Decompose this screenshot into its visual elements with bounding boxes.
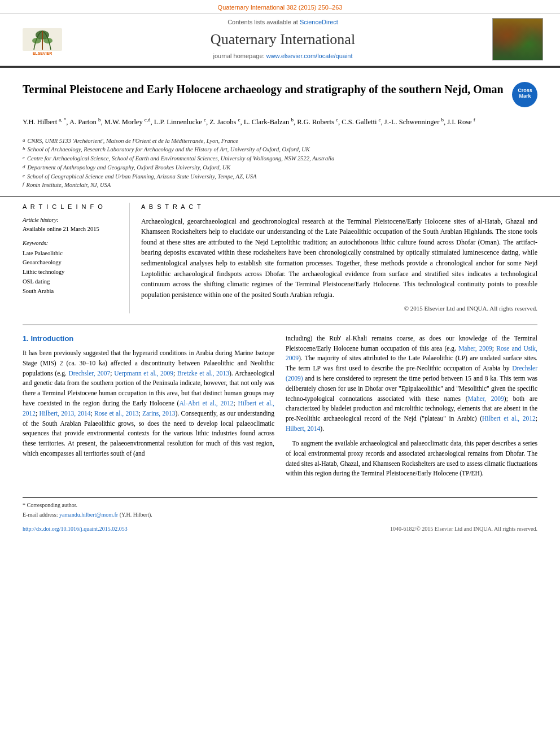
crossmark-badge[interactable]: Cross Mark [512, 82, 537, 107]
affil-f: f Ronin Institute, Montclair, NJ, USA [23, 181, 537, 190]
keyword-south-arabia: South Arabia [23, 287, 121, 296]
authors-line: Y.H. Hilbert a, *, A. Parton b, M.W. Mor… [23, 116, 537, 128]
journal-cover-art [493, 19, 542, 60]
ref-hilbert2012b[interactable]: Hilbert et al., 2012 [482, 415, 536, 422]
body-right-column: including) the Rub' al-Khali remains coa… [286, 334, 537, 483]
journal-top-line: Quaternary International 382 (2015) 250–… [218, 4, 343, 11]
article-title-container: Terminal Pleistocene and Early Holocene … [23, 82, 504, 102]
affil-e: e School of Geographical Science and Urb… [23, 172, 537, 181]
intro-paragraph1: It has been previously suggested that th… [23, 348, 274, 459]
keyword-late-palaeolithic: Late Palaeolithic [23, 249, 121, 259]
keyword-geoarchaeology: Geoarchaeology [23, 258, 121, 268]
email-note: E-mail address: yamandu.hilbert@mom.fr (… [23, 511, 537, 519]
ref-alabri2012[interactable]: Al-Abri et al., 2012 [179, 400, 233, 407]
doi-link[interactable]: http://dx.doi.org/10.1016/j.quaint.2015.… [23, 526, 128, 532]
keywords-section: Keywords: Late Palaeolithic Geoarchaeolo… [23, 239, 121, 296]
abstract-paragraph: Archaeological, geoarchaeological and ge… [141, 216, 537, 300]
svg-text:Cross: Cross [518, 88, 532, 93]
ref-drechsler2009[interactable]: Drechsler (2009) [286, 365, 537, 382]
keywords-label: Keywords: [23, 239, 121, 248]
keyword-osl-dating: OSL dating [23, 277, 121, 287]
elsevier-logo-container: ELSEVIER [11, 23, 73, 56]
article-info-abstract-section: A R T I C L E I N F O Article history: A… [0, 196, 560, 319]
affil-b: b School of Archaeology, Research Labora… [23, 145, 537, 154]
intro-paragraph3: To augment the available archaeological … [286, 439, 537, 479]
affil-d: d Department of Anthropology and Geograp… [23, 163, 537, 172]
homepage-line: journal homepage: www.elsevier.com/locat… [79, 52, 487, 60]
crossmark-container[interactable]: Cross Mark [512, 82, 537, 107]
journal-cover-image [492, 18, 543, 60]
author-email-link[interactable]: yamandu.hilbert@mom.fr [59, 512, 118, 518]
sciencedirect-link[interactable]: ScienceDirect [300, 19, 338, 25]
ref-maher2009b[interactable]: Maher, 2009 [468, 395, 504, 402]
crossmark-icon: Cross Mark [514, 83, 536, 106]
issn-line: 1040-6182/© 2015 Elsevier Ltd and INQUA.… [390, 525, 537, 533]
ref-maher2009[interactable]: Maher, 2009 [458, 345, 492, 352]
article-info-col-title: A R T I C L E I N F O [23, 203, 121, 211]
bottom-bar: http://dx.doi.org/10.1016/j.quaint.2015.… [0, 523, 560, 535]
affil-c: c Centre for Archaeological Science, Sch… [23, 154, 537, 163]
thick-divider [0, 66, 560, 68]
abstract-column: A B S T R A C T Archaeological, geoarcha… [141, 203, 537, 313]
affil-a: a CNRS, UMR 5133 'Archéorient', Maison d… [23, 137, 537, 146]
ref-rose-usik2009[interactable]: Rose and Usik, 2009 [286, 345, 537, 362]
ref-hilbert2013[interactable]: Hilbert, 2013, 2014 [40, 410, 91, 417]
journal-title: Quaternary International [79, 29, 487, 50]
svg-text:ELSEVIER: ELSEVIER [33, 51, 53, 55]
journal-cover-container [492, 18, 549, 60]
footnote-section: * Corresponding author. E-mail address: … [0, 498, 560, 523]
header-section: ELSEVIER Contents lists available at Sci… [0, 13, 560, 65]
affiliations-section: a CNRS, UMR 5133 'Archéorient', Maison d… [0, 134, 560, 197]
abstract-text: Archaeological, geoarchaeological and ge… [141, 216, 537, 300]
ref-drechsler2007[interactable]: Drechsler, 2007 [68, 370, 110, 377]
svg-point-2 [32, 38, 41, 43]
introduction-heading: 1. Introduction [23, 334, 274, 344]
intro-paragraph2: including) the Rub' al-Khali remains coa… [286, 334, 537, 434]
article-info-column: A R T I C L E I N F O Article history: A… [23, 203, 130, 313]
elsevier-logo-svg: ELSEVIER [17, 23, 68, 56]
corresponding-author-note: * Corresponding author. [23, 501, 537, 509]
body-left-column: 1. Introduction It has been previously s… [23, 334, 274, 483]
ref-hilbert2014[interactable]: Hilbert, 2014 [286, 425, 320, 432]
doi-line: http://dx.doi.org/10.1016/j.quaint.2015.… [23, 525, 128, 533]
homepage-url[interactable]: www.elsevier.com/locate/quaint [266, 53, 353, 59]
keyword-lithic-technology: Lithic technology [23, 268, 121, 277]
sciencedirect-line: Contents lists available at ScienceDirec… [79, 18, 487, 27]
body-text-left: It has been previously suggested that th… [23, 348, 274, 459]
ref-rose2013[interactable]: Rose et al., 2013 [94, 410, 138, 417]
journal-top-bar: Quaternary International 382 (2015) 250–… [0, 0, 560, 13]
history-label: Article history: [23, 216, 121, 225]
copyright-line: © 2015 Elsevier Ltd and INQUA. All right… [141, 304, 537, 313]
ref-bretzke2013[interactable]: Bretzke et al., 2013 [177, 370, 229, 377]
article-title: Terminal Pleistocene and Early Holocene … [23, 82, 504, 97]
svg-text:Mark: Mark [519, 93, 531, 99]
article-title-section: Terminal Pleistocene and Early Holocene … [0, 76, 560, 116]
authors-section: Y.H. Hilbert a, *, A. Parton b, M.W. Mor… [0, 116, 560, 134]
available-online: Available online 21 March 2015 [23, 225, 121, 234]
ref-uerpmann2009[interactable]: Uerpmann et al., 2009 [114, 370, 173, 377]
abstract-col-title: A B S T R A C T [141, 203, 537, 211]
body-text-right: including) the Rub' al-Khali remains coa… [286, 334, 537, 479]
page: Quaternary International 382 (2015) 250–… [0, 0, 560, 747]
svg-point-3 [43, 38, 53, 43]
ref-zarins2013[interactable]: Zarins, 2013 [142, 410, 176, 417]
body-section: 1. Introduction It has been previously s… [0, 325, 560, 492]
article-history-group: Article history: Available online 21 Mar… [23, 216, 121, 234]
header-center: Contents lists available at ScienceDirec… [73, 18, 492, 60]
